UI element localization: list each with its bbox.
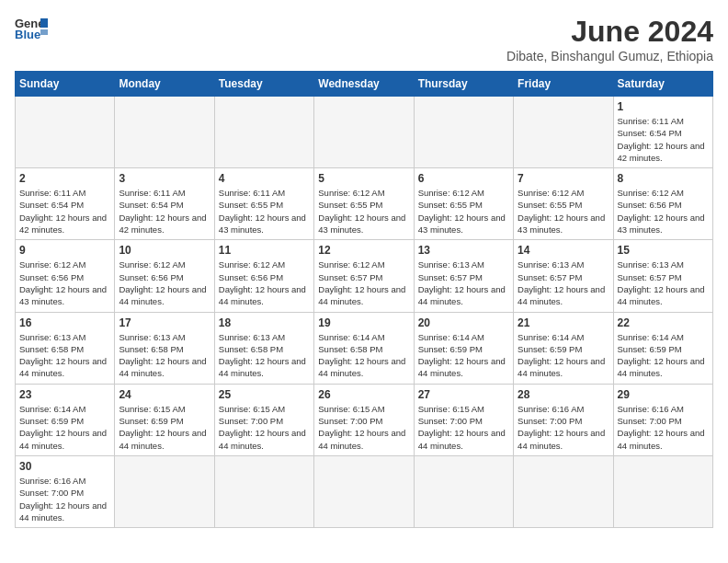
day-info: Sunrise: 6:15 AM Sunset: 7:00 PM Dayligh… [418,403,509,452]
month-title: June 2024 [506,15,713,49]
calendar-cell: 5Sunrise: 6:12 AM Sunset: 6:55 PM Daylig… [314,168,414,240]
weekday-header-saturday: Saturday [613,72,712,97]
svg-marker-3 [40,29,48,35]
day-info: Sunrise: 6:16 AM Sunset: 7:00 PM Dayligh… [19,475,110,523]
calendar-cell: 6Sunrise: 6:12 AM Sunset: 6:55 PM Daylig… [414,168,513,240]
calendar-cell: 17Sunrise: 6:13 AM Sunset: 6:58 PM Dayli… [115,312,214,384]
day-number: 18 [219,316,310,329]
day-number: 6 [418,172,509,185]
day-info: Sunrise: 6:14 AM Sunset: 6:58 PM Dayligh… [318,331,409,380]
day-number: 23 [19,388,110,401]
day-number: 29 [618,388,709,401]
calendar-cell: 9Sunrise: 6:12 AM Sunset: 6:56 PM Daylig… [16,240,115,312]
calendar-cell [314,455,414,527]
day-info: Sunrise: 6:12 AM Sunset: 6:55 PM Dayligh… [518,187,609,236]
calendar-cell: 15Sunrise: 6:13 AM Sunset: 6:57 PM Dayli… [613,240,712,312]
calendar-row-1: 1Sunrise: 6:11 AM Sunset: 6:54 PM Daylig… [16,97,713,168]
weekday-header-friday: Friday [514,72,613,97]
calendar-cell: 11Sunrise: 6:12 AM Sunset: 6:56 PM Dayli… [214,240,313,312]
calendar-cell: 16Sunrise: 6:13 AM Sunset: 6:58 PM Dayli… [16,312,115,384]
day-number: 12 [318,244,409,257]
day-info: Sunrise: 6:14 AM Sunset: 6:59 PM Dayligh… [618,331,709,380]
day-number: 16 [19,316,110,329]
calendar-cell [314,97,414,168]
calendar-cell [214,455,313,527]
day-info: Sunrise: 6:13 AM Sunset: 6:58 PM Dayligh… [219,331,310,380]
day-number: 19 [318,316,409,329]
day-info: Sunrise: 6:13 AM Sunset: 6:58 PM Dayligh… [19,331,110,380]
calendar-cell: 28Sunrise: 6:16 AM Sunset: 7:00 PM Dayli… [514,384,613,455]
calendar-cell: 21Sunrise: 6:14 AM Sunset: 6:59 PM Dayli… [514,312,613,384]
calendar-cell: 14Sunrise: 6:13 AM Sunset: 6:57 PM Dayli… [514,240,613,312]
day-number: 26 [318,388,409,401]
day-info: Sunrise: 6:13 AM Sunset: 6:57 PM Dayligh… [518,259,609,307]
day-number: 9 [19,244,110,257]
svg-marker-2 [40,18,48,28]
calendar-cell: 1Sunrise: 6:11 AM Sunset: 6:54 PM Daylig… [613,97,712,168]
day-number: 27 [418,388,509,401]
day-info: Sunrise: 6:12 AM Sunset: 6:56 PM Dayligh… [119,259,210,307]
calendar-cell: 23Sunrise: 6:14 AM Sunset: 6:59 PM Dayli… [16,384,115,455]
day-info: Sunrise: 6:11 AM Sunset: 6:54 PM Dayligh… [618,115,709,164]
calendar-cell: 22Sunrise: 6:14 AM Sunset: 6:59 PM Dayli… [613,312,712,384]
calendar-cell: 30Sunrise: 6:16 AM Sunset: 7:00 PM Dayli… [16,455,115,527]
day-info: Sunrise: 6:15 AM Sunset: 7:00 PM Dayligh… [318,403,409,452]
calendar-cell: 19Sunrise: 6:14 AM Sunset: 6:58 PM Dayli… [314,312,414,384]
day-info: Sunrise: 6:12 AM Sunset: 6:56 PM Dayligh… [618,187,709,236]
calendar-cell [613,455,712,527]
calendar-cell [214,97,313,168]
weekday-header-row: SundayMondayTuesdayWednesdayThursdayFrid… [16,72,713,97]
day-number: 5 [318,172,409,185]
weekday-header-tuesday: Tuesday [214,72,313,97]
calendar-cell: 26Sunrise: 6:15 AM Sunset: 7:00 PM Dayli… [314,384,414,455]
title-area: June 2024 Dibate, Binshangul Gumuz, Ethi… [506,15,713,63]
day-info: Sunrise: 6:16 AM Sunset: 7:00 PM Dayligh… [618,403,709,452]
day-number: 22 [618,316,709,329]
day-number: 17 [119,316,210,329]
calendar-cell: 20Sunrise: 6:14 AM Sunset: 6:59 PM Dayli… [414,312,513,384]
calendar-row-4: 16Sunrise: 6:13 AM Sunset: 6:58 PM Dayli… [16,312,713,384]
day-number: 28 [518,388,609,401]
day-info: Sunrise: 6:11 AM Sunset: 6:55 PM Dayligh… [219,187,310,236]
day-number: 15 [618,244,709,257]
day-info: Sunrise: 6:12 AM Sunset: 6:56 PM Dayligh… [19,259,110,307]
day-number: 4 [219,172,310,185]
day-info: Sunrise: 6:12 AM Sunset: 6:57 PM Dayligh… [318,259,409,307]
header: General Blue June 2024 Dibate, Binshangu… [15,15,713,63]
day-number: 3 [119,172,210,185]
calendar-cell [115,97,214,168]
logo-icon: General Blue [15,15,48,42]
calendar-cell [414,455,513,527]
day-info: Sunrise: 6:14 AM Sunset: 6:59 PM Dayligh… [19,403,110,452]
day-number: 1 [618,100,709,113]
calendar-cell [514,455,613,527]
day-number: 21 [518,316,609,329]
calendar-table: SundayMondayTuesdayWednesdayThursdayFrid… [15,71,713,528]
weekday-header-wednesday: Wednesday [314,72,414,97]
calendar-row-last: 30Sunrise: 6:16 AM Sunset: 7:00 PM Dayli… [16,455,713,527]
calendar-cell: 2Sunrise: 6:11 AM Sunset: 6:54 PM Daylig… [16,168,115,240]
calendar-cell [115,455,214,527]
weekday-header-thursday: Thursday [414,72,513,97]
day-number: 2 [19,172,110,185]
calendar-cell: 7Sunrise: 6:12 AM Sunset: 6:55 PM Daylig… [514,168,613,240]
day-info: Sunrise: 6:11 AM Sunset: 6:54 PM Dayligh… [19,187,110,236]
logo: General Blue [15,15,48,42]
day-info: Sunrise: 6:13 AM Sunset: 6:57 PM Dayligh… [618,259,709,307]
day-info: Sunrise: 6:14 AM Sunset: 6:59 PM Dayligh… [418,331,509,380]
calendar-cell: 12Sunrise: 6:12 AM Sunset: 6:57 PM Dayli… [314,240,414,312]
calendar-row-2: 2Sunrise: 6:11 AM Sunset: 6:54 PM Daylig… [16,168,713,240]
day-info: Sunrise: 6:12 AM Sunset: 6:55 PM Dayligh… [318,187,409,236]
day-number: 24 [119,388,210,401]
day-number: 20 [418,316,509,329]
day-number: 11 [219,244,310,257]
calendar-cell: 13Sunrise: 6:13 AM Sunset: 6:57 PM Dayli… [414,240,513,312]
day-number: 14 [518,244,609,257]
calendar-cell: 18Sunrise: 6:13 AM Sunset: 6:58 PM Dayli… [214,312,313,384]
day-info: Sunrise: 6:12 AM Sunset: 6:56 PM Dayligh… [219,259,310,307]
day-info: Sunrise: 6:13 AM Sunset: 6:57 PM Dayligh… [418,259,509,307]
day-info: Sunrise: 6:11 AM Sunset: 6:54 PM Dayligh… [119,187,210,236]
calendar-cell: 3Sunrise: 6:11 AM Sunset: 6:54 PM Daylig… [115,168,214,240]
day-number: 30 [19,460,110,473]
day-info: Sunrise: 6:12 AM Sunset: 6:55 PM Dayligh… [418,187,509,236]
